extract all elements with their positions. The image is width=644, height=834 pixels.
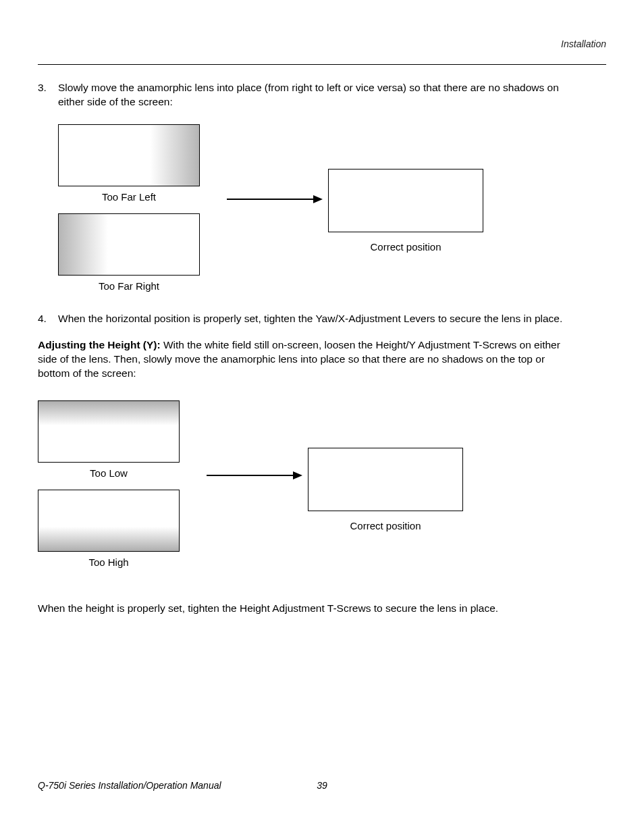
thumb-too-far-right xyxy=(58,213,200,276)
thumb-correct-x xyxy=(328,169,483,232)
caption-too-high: Too High xyxy=(38,556,180,569)
arrow-head-icon xyxy=(293,471,302,479)
arrow-line-icon xyxy=(207,475,294,476)
list-item-3: 3. Slowly move the anamorphic lens into … xyxy=(38,81,606,109)
page-footer: Q-750i Series Installation/Operation Man… xyxy=(38,779,606,792)
caption-too-far-right: Too Far Right xyxy=(58,280,200,293)
thumb-too-low xyxy=(38,400,180,463)
list-item-4: 4. When the horizontal position is prope… xyxy=(38,312,606,326)
header-rule xyxy=(38,64,606,65)
horizontal-diagram: Too Far Left Too Far Right Correct posit… xyxy=(58,124,606,300)
height-bold: Adjusting the Height (Y): xyxy=(38,339,163,350)
caption-too-far-left: Too Far Left xyxy=(58,190,200,204)
vertical-diagram: Too Low Too High Correct position xyxy=(38,400,606,590)
thumb-correct-y xyxy=(308,448,463,511)
caption-too-low: Too Low xyxy=(38,467,180,480)
thumb-too-far-left xyxy=(58,124,200,186)
list-number: 4. xyxy=(38,312,58,326)
caption-correct-x: Correct position xyxy=(328,240,483,254)
list-text: When the horizontal position is properly… xyxy=(58,312,571,326)
list-number: 3. xyxy=(38,81,58,109)
list-text: Slowly move the anamorphic lens into pla… xyxy=(58,81,571,109)
footer-page-number: 39 xyxy=(317,779,327,792)
section-header: Installation xyxy=(38,38,606,51)
thumb-too-high xyxy=(38,490,180,552)
arrow-line-icon xyxy=(227,199,315,200)
closing-paragraph: When the height is properly set, tighten… xyxy=(38,602,571,616)
arrow-head-icon xyxy=(313,195,323,203)
height-paragraph: Adjusting the Height (Y): With the white… xyxy=(38,338,571,381)
caption-correct-y: Correct position xyxy=(308,519,463,533)
